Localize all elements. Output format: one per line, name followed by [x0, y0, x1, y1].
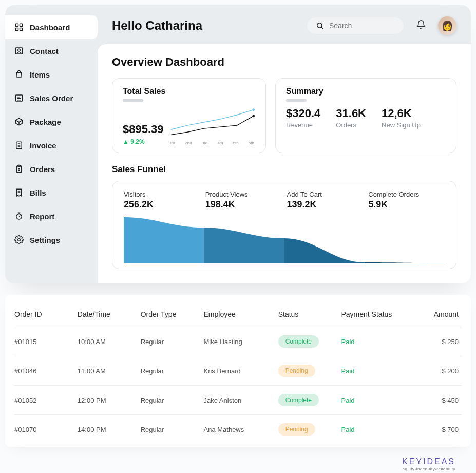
cell-payment: Paid	[341, 426, 410, 433]
cell-order-id: #01046	[14, 367, 78, 375]
sidebar-item-dashboard[interactable]: Dashboard	[5, 15, 98, 39]
user-card-icon	[14, 46, 24, 55]
summary-row: $320.4Revenue31.6KOrders12,6KNew Sign Up	[286, 107, 446, 129]
spark-xlabel: 3rd	[202, 141, 208, 145]
funnel-stat: Product Views198.4K	[205, 191, 282, 210]
cell-employee: Ana Mathews	[203, 426, 278, 433]
sidebar-item-package[interactable]: Package	[5, 110, 98, 134]
sidebar-item-label: Bills	[30, 188, 46, 197]
funnel-svg	[124, 217, 445, 263]
svg-rect-3	[20, 28, 23, 31]
sales-funnel-title: Sales Funnel	[112, 164, 456, 175]
sidebar-item-report[interactable]: Report	[5, 204, 98, 228]
cell-time: 11:00 AM	[78, 367, 141, 375]
sparkline-svg	[169, 107, 255, 138]
cell-status: Pending	[278, 423, 341, 436]
clipboard-icon	[14, 164, 24, 174]
status-badge: Pending	[278, 365, 315, 377]
svg-rect-2	[15, 28, 18, 31]
spark-xlabel: 2nd	[185, 141, 192, 145]
summary-label: Revenue	[286, 121, 320, 129]
sidebar-item-settings[interactable]: Settings	[5, 228, 98, 252]
gear-icon	[14, 235, 24, 244]
sparkline-xlabels: 1st2nd3rd4th5th6th	[169, 140, 255, 145]
avatar[interactable]: 👩	[438, 16, 456, 35]
title-underline	[123, 99, 143, 102]
overview-cards-row: Total Sales $895.39 ▲ 9.2% 1st2nd3	[112, 78, 456, 153]
cell-status: Complete	[278, 335, 341, 348]
content-area: Overview Dashboard Total Sales $895.39 ▲…	[98, 44, 471, 283]
main-column: Hello Catharina 👩 Overview Dashboard	[98, 5, 471, 283]
spark-xlabel: 5th	[233, 141, 239, 145]
summary-label: Orders	[336, 121, 366, 129]
cell-type: Regular	[141, 338, 204, 346]
delta-arrow-icon: ▲	[123, 138, 129, 145]
table-row[interactable]: #0107014:00 PMRegularAna MathewsPendingP…	[14, 415, 462, 444]
summary-title: Summary	[286, 87, 446, 96]
cell-order-id: #01070	[14, 426, 78, 433]
greeting-text: Hello Catharina	[112, 18, 296, 33]
page-title: Overview Dashboard	[112, 55, 456, 69]
sidebar-item-bills[interactable]: Bills	[5, 181, 98, 204]
cell-status: Complete	[278, 394, 341, 406]
svg-point-15	[252, 115, 255, 117]
cell-type: Regular	[141, 396, 204, 404]
receipt-icon	[14, 188, 24, 197]
sidebar-item-items[interactable]: Items	[5, 63, 98, 86]
orders-table: Order IDDate/TimeOrder TypeEmployeeStatu…	[5, 295, 471, 447]
spark-xlabel: 6th	[249, 141, 254, 145]
funnel-stat-label: Visitors	[124, 191, 200, 198]
avatar-image: 👩	[442, 20, 453, 31]
sidebar-item-label: Contact	[30, 47, 59, 55]
orders-col-header: Order Type	[141, 310, 204, 318]
table-row[interactable]: #0104611:00 AMRegularKris BernardPending…	[14, 356, 462, 386]
sidebar-item-label: Sales Order	[30, 94, 73, 103]
svg-point-5	[18, 49, 21, 51]
orders-col-header: Payment Status	[341, 310, 410, 318]
delta-value: 9.2%	[130, 138, 144, 145]
notifications-button[interactable]	[414, 19, 428, 32]
funnel-chart	[124, 217, 445, 263]
cell-amount: $ 250	[410, 338, 462, 346]
search-input[interactable]	[329, 22, 395, 30]
report-icon	[14, 212, 24, 221]
branding: KEYIDEAS agility-ingenuity-reliability	[5, 447, 471, 473]
sidebar: DashboardContactItemsSales OrderPackageI…	[5, 5, 98, 283]
table-row[interactable]: #0105212:00 PMRegularJake AnistonComplet…	[14, 386, 462, 415]
sidebar-item-label: Settings	[30, 236, 60, 244]
table-row[interactable]: #0101510:00 AMRegularMike HastingComplet…	[14, 327, 462, 356]
funnel-stat-value: 139.2K	[287, 199, 364, 210]
sidebar-item-invoice[interactable]: Invoice	[5, 134, 98, 157]
sidebar-item-orders[interactable]: Orders	[5, 157, 98, 181]
sidebar-item-label: Dashboard	[30, 23, 70, 32]
orders-col-header: Date/Time	[78, 310, 141, 318]
cell-employee: Jake Aniston	[203, 396, 278, 404]
title-underline	[286, 99, 307, 102]
brand-name: KEYIDEAS	[5, 457, 455, 466]
cell-amount: $ 700	[410, 426, 462, 433]
doc-icon	[14, 141, 24, 150]
cell-employee: Mike Hasting	[203, 338, 278, 346]
cell-payment: Paid	[341, 396, 410, 404]
sidebar-item-label: Package	[30, 118, 61, 126]
sales-icon	[14, 93, 24, 103]
cell-amount: $ 200	[410, 367, 462, 375]
cell-amount: $ 450	[410, 396, 462, 404]
sidebar-item-contact[interactable]: Contact	[5, 39, 98, 63]
bag-icon	[14, 70, 24, 79]
sidebar-item-sales-order[interactable]: Sales Order	[5, 86, 98, 110]
search-icon	[316, 21, 324, 30]
funnel-stat-label: Product Views	[205, 191, 282, 198]
cell-employee: Kris Bernard	[203, 367, 278, 375]
cell-type: Regular	[141, 367, 204, 375]
sidebar-item-label: Items	[30, 70, 50, 79]
summary-item: 31.6KOrders	[336, 107, 366, 129]
summary-item: 12,6KNew Sign Up	[382, 107, 421, 129]
cell-order-id: #01015	[14, 338, 78, 346]
summary-label: New Sign Up	[382, 121, 421, 129]
search-box[interactable]	[307, 17, 404, 34]
funnel-stat-label: Add To Cart	[287, 191, 364, 198]
orders-col-header: Status	[278, 310, 341, 318]
topbar: Hello Catharina 👩	[98, 5, 471, 44]
summary-card: Summary $320.4Revenue31.6KOrders12,6KNew…	[275, 78, 456, 153]
